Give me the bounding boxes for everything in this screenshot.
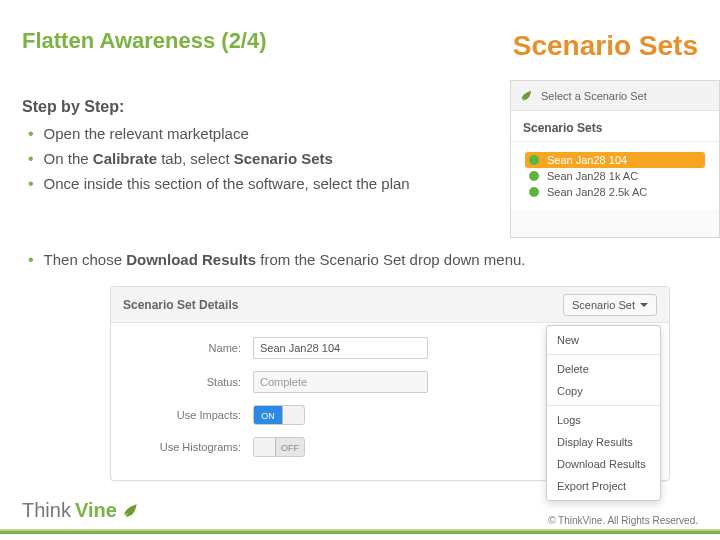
status-dot-icon <box>529 171 539 181</box>
step-item: On the Calibrate tab, select Scenario Se… <box>28 147 468 172</box>
scenario-list: Sean Jan28 104 Sean Jan28 1k AC Sean Jan… <box>511 142 719 210</box>
logo-vine-text: Vine <box>75 499 117 522</box>
panel-header-text: Select a Scenario Set <box>541 90 647 102</box>
scenario-item-label: Sean Jan28 1k AC <box>547 170 638 182</box>
status-label: Status: <box>131 376 241 388</box>
step-item: Open the relevant marketplace <box>28 122 468 147</box>
steps-list: Open the relevant marketplace On the Cal… <box>28 122 468 196</box>
slide-title: Flatten Awareness (2/4) <box>22 28 267 54</box>
use-histograms-toggle[interactable]: OFF <box>253 437 305 457</box>
steps-heading: Step by Step: <box>22 98 124 116</box>
menu-item-display-results[interactable]: Display Results <box>547 431 660 453</box>
menu-separator <box>547 354 660 355</box>
toggle-knob-icon <box>282 406 304 424</box>
use-impacts-label: Use Impacts: <box>131 409 241 421</box>
dropdown-label: Scenario Set <box>572 299 635 311</box>
steps-list-2: Then chose Download Results from the Sce… <box>28 248 648 273</box>
status-dot-icon <box>529 187 539 197</box>
step-text: Open the relevant marketplace <box>44 122 249 147</box>
toggle-on-text: ON <box>254 406 282 424</box>
use-histograms-label: Use Histograms: <box>131 441 241 453</box>
menu-item-delete[interactable]: Delete <box>547 358 660 380</box>
chevron-down-icon <box>640 303 648 307</box>
menu-item-export-project[interactable]: Export Project <box>547 475 660 497</box>
section-brand: Scenario Sets <box>513 30 698 62</box>
toggle-off-text: OFF <box>276 438 304 457</box>
step-text: Then chose Download Results from the Sce… <box>44 248 526 273</box>
leaf-icon <box>121 502 139 520</box>
scenario-item[interactable]: Sean Jan28 2.5k AC <box>525 184 705 200</box>
scenario-sets-panel: Select a Scenario Set Scenario Sets Sean… <box>510 80 720 238</box>
scenario-set-details-panel: Scenario Set Details Scenario Set Name: … <box>110 286 670 481</box>
thinkvine-logo: ThinkVine <box>22 499 139 522</box>
leaf-icon <box>519 89 533 103</box>
toggle-knob-icon <box>254 438 276 456</box>
use-impacts-toggle[interactable]: ON <box>253 405 305 425</box>
name-input[interactable] <box>253 337 428 359</box>
status-dot-icon <box>529 155 539 165</box>
menu-item-download-results[interactable]: Download Results <box>547 453 660 475</box>
panel-header: Select a Scenario Set <box>511 81 719 111</box>
scenario-set-menu: New Delete Copy Logs Display Results Dow… <box>546 325 661 501</box>
step-text: Once inside this section of the software… <box>44 172 410 197</box>
scenario-item-label: Sean Jan28 104 <box>547 154 627 166</box>
menu-item-logs[interactable]: Logs <box>547 409 660 431</box>
copyright-text: © ThinkVine. All Rights Reserved. <box>548 515 698 526</box>
scenario-item[interactable]: Sean Jan28 1k AC <box>525 168 705 184</box>
step-item: Then chose Download Results from the Sce… <box>28 248 648 273</box>
name-label: Name: <box>131 342 241 354</box>
scenario-item-selected[interactable]: Sean Jan28 104 <box>525 152 705 168</box>
scenario-item-label: Sean Jan28 2.5k AC <box>547 186 647 198</box>
details-title: Scenario Set Details <box>123 298 238 312</box>
menu-item-new[interactable]: New <box>547 329 660 351</box>
step-item: Once inside this section of the software… <box>28 172 468 197</box>
menu-separator <box>547 405 660 406</box>
menu-item-copy[interactable]: Copy <box>547 380 660 402</box>
footer-accent-line <box>0 531 720 534</box>
status-input <box>253 371 428 393</box>
scenario-set-dropdown-button[interactable]: Scenario Set <box>563 294 657 316</box>
panel-subtitle: Scenario Sets <box>511 111 719 142</box>
logo-think-text: Think <box>22 499 71 522</box>
details-header: Scenario Set Details Scenario Set <box>111 287 669 323</box>
step-text: On the Calibrate tab, select Scenario Se… <box>44 147 333 172</box>
